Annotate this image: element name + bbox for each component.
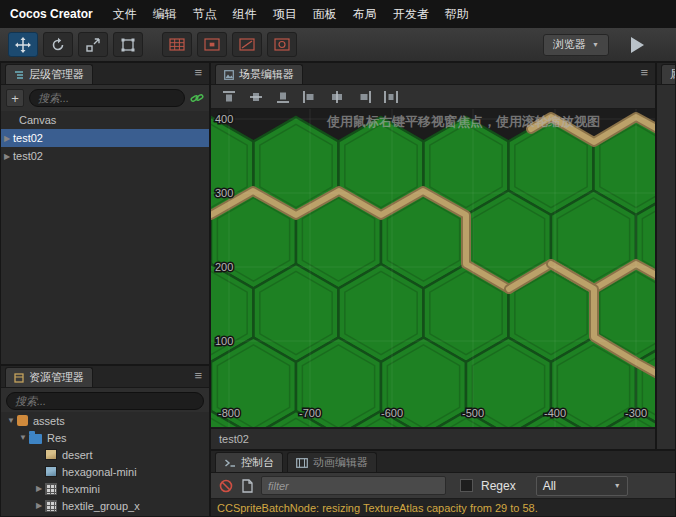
regex-checkbox[interactable] bbox=[460, 479, 473, 492]
asset-node-hexmini[interactable]: ▶ hexmini bbox=[1, 480, 209, 497]
console-tab-label: 控制台 bbox=[241, 455, 274, 470]
menu-item-layout[interactable]: 布局 bbox=[345, 6, 385, 23]
menu-item-file[interactable]: 文件 bbox=[105, 6, 145, 23]
animation-icon bbox=[296, 458, 308, 468]
asset-node-res[interactable]: ▼ Res bbox=[1, 429, 209, 446]
rect-transform-icon bbox=[120, 37, 136, 53]
scale-tool-button[interactable] bbox=[78, 32, 108, 57]
hierarchy-node-canvas[interactable]: Canvas bbox=[1, 111, 209, 129]
svg-text:-300: -300 bbox=[625, 407, 647, 419]
inspector-tabbar: 属性检查器 bbox=[657, 63, 675, 85]
hierarchy-node-test02[interactable]: ▶ test02 bbox=[1, 129, 209, 147]
inspector-tab-label: 属性检查器 bbox=[670, 67, 676, 82]
hierarchy-node-test02-2[interactable]: ▶ test02 bbox=[1, 147, 209, 165]
hierarchy-panel: 层级管理器 ≡ + Canvas ▶ test02 ▶ test02 bbox=[0, 62, 210, 365]
clear-console-button[interactable] bbox=[219, 479, 233, 493]
tilemap-tool-3-button[interactable] bbox=[232, 32, 262, 57]
scene-canvas[interactable]: -800-700-600-500-400-300400300200100 使用鼠… bbox=[211, 109, 655, 428]
tab-hierarchy[interactable]: 层级管理器 bbox=[5, 64, 93, 84]
tilemap-tool-group bbox=[162, 32, 302, 57]
align-left-button[interactable] bbox=[298, 87, 322, 107]
console-filter-input[interactable] bbox=[261, 476, 446, 495]
asset-node-hexagonal-mini[interactable]: hexagonal-mini bbox=[1, 463, 209, 480]
asset-label: assets bbox=[33, 415, 65, 427]
move-icon bbox=[15, 37, 31, 53]
menu-item-project[interactable]: 项目 bbox=[265, 6, 305, 23]
tab-console[interactable]: 控制台 bbox=[215, 452, 283, 472]
distribute-button[interactable] bbox=[379, 87, 403, 107]
assets-tree: ▼ assets ▼ Res desert hexagonal-mini ▶ h… bbox=[1, 412, 209, 516]
svg-text:400: 400 bbox=[215, 113, 233, 125]
svg-text:200: 200 bbox=[215, 261, 233, 273]
tile-brush-icon bbox=[204, 38, 220, 51]
hierarchy-search-input[interactable] bbox=[29, 89, 185, 107]
assets-root-icon bbox=[17, 415, 28, 426]
node-label: Canvas bbox=[19, 114, 56, 126]
tab-assets[interactable]: 资源管理器 bbox=[5, 367, 93, 387]
create-node-button[interactable]: + bbox=[6, 89, 24, 107]
tab-animation-editor[interactable]: 动画编辑器 bbox=[287, 452, 377, 472]
hierarchy-tab-label: 层级管理器 bbox=[29, 67, 84, 82]
menu-item-edit[interactable]: 编辑 bbox=[145, 6, 185, 23]
asset-node-desert[interactable]: desert bbox=[1, 446, 209, 463]
align-middle-button[interactable] bbox=[244, 87, 268, 107]
menu-item-component[interactable]: 组件 bbox=[225, 6, 265, 23]
hierarchy-menu-icon[interactable]: ≡ bbox=[194, 66, 202, 79]
svg-text:-700: -700 bbox=[299, 407, 321, 419]
link-icon[interactable] bbox=[190, 91, 204, 105]
preview-target-button[interactable]: 浏览器 ▼ bbox=[543, 34, 609, 56]
hierarchy-icon bbox=[14, 70, 24, 80]
console-icon bbox=[224, 458, 236, 468]
collapse-arrow-icon[interactable]: ▶ bbox=[1, 152, 13, 161]
align-center-button[interactable] bbox=[325, 87, 349, 107]
scene-icon bbox=[224, 70, 234, 80]
menu-item-developer[interactable]: 开发者 bbox=[385, 6, 437, 23]
hierarchy-tabbar: 层级管理器 ≡ bbox=[1, 63, 209, 85]
node-label: test02 bbox=[13, 132, 43, 144]
asset-node-assets[interactable]: ▼ assets bbox=[1, 412, 209, 429]
menu-item-panel[interactable]: 面板 bbox=[305, 6, 345, 23]
expand-arrow-icon[interactable]: ▼ bbox=[5, 416, 17, 425]
assets-tab-label: 资源管理器 bbox=[29, 370, 84, 385]
menu-item-help[interactable]: 帮助 bbox=[437, 6, 477, 23]
svg-text:-400: -400 bbox=[544, 407, 566, 419]
collapse-arrow-icon[interactable]: ▶ bbox=[33, 501, 45, 510]
play-button[interactable] bbox=[631, 37, 644, 53]
collapse-arrow-icon[interactable]: ▶ bbox=[1, 134, 13, 143]
node-label: test02 bbox=[13, 150, 43, 162]
menu-item-node[interactable]: 节点 bbox=[185, 6, 225, 23]
tab-inspector[interactable]: 属性检查器 bbox=[661, 64, 676, 84]
animation-tab-label: 动画编辑器 bbox=[313, 455, 368, 470]
clear-icon bbox=[219, 479, 233, 493]
cocos-creator-window: Cocos Creator 文件 编辑 节点 组件 项目 面板 布局 开发者 帮… bbox=[0, 0, 676, 517]
rect-tool-button[interactable] bbox=[113, 32, 143, 57]
asset-node-hextile-group-x[interactable]: ▶ hextile_group_x bbox=[1, 497, 209, 514]
collapse-arrow-icon[interactable]: ▶ bbox=[33, 484, 45, 493]
scene-menu-icon[interactable]: ≡ bbox=[640, 66, 648, 79]
asset-label: desert bbox=[62, 449, 93, 461]
editing-target-label: test02 bbox=[219, 433, 249, 445]
log-level-select[interactable]: All ▼ bbox=[536, 476, 628, 496]
assets-menu-icon[interactable]: ≡ bbox=[194, 369, 202, 382]
caret-down-icon: ▼ bbox=[592, 41, 599, 48]
align-top-button[interactable] bbox=[217, 87, 241, 107]
tilemap-tool-1-button[interactable] bbox=[162, 32, 192, 57]
scene-editor-panel: 场景编辑器 ≡ -800-700-600-500-400-30040030020… bbox=[210, 62, 656, 450]
rotate-tool-button[interactable] bbox=[43, 32, 73, 57]
tilemap-tool-4-button[interactable] bbox=[267, 32, 297, 57]
scene-tab-label: 场景编辑器 bbox=[239, 67, 294, 82]
move-tool-button[interactable] bbox=[8, 32, 38, 57]
tab-scene-editor[interactable]: 场景编辑器 bbox=[215, 64, 303, 84]
app-title: Cocos Creator bbox=[10, 7, 93, 21]
scene-tabbar: 场景编辑器 ≡ bbox=[211, 63, 655, 85]
align-bottom-button[interactable] bbox=[271, 87, 295, 107]
scene-toolbar bbox=[211, 85, 655, 109]
assets-search-input[interactable] bbox=[6, 392, 204, 410]
open-log-file-button[interactable] bbox=[241, 479, 253, 493]
console-tabbar: 控制台 动画编辑器 bbox=[211, 451, 675, 473]
tileset-grid-icon bbox=[169, 38, 185, 51]
align-right-button[interactable] bbox=[352, 87, 376, 107]
preview-target-label: 浏览器 bbox=[553, 37, 586, 52]
tilemap-tool-2-button[interactable] bbox=[197, 32, 227, 57]
expand-arrow-icon[interactable]: ▼ bbox=[17, 433, 29, 442]
